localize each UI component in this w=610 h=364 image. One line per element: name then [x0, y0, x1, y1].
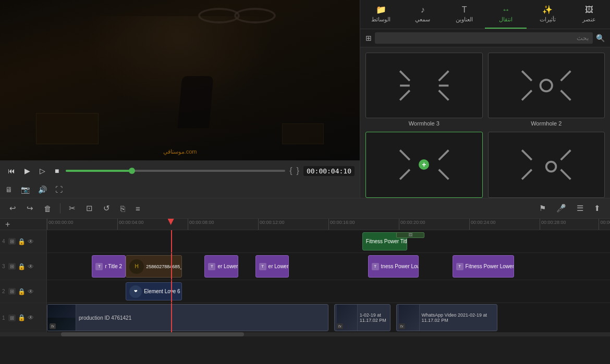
track-content-2[interactable]: ❤ Element Love 6: [47, 280, 610, 303]
delete-btn[interactable]: 🗑: [40, 202, 56, 215]
ruler-content: 00:00:00:00 00:00:04:00 00:00:08:00 00:0…: [47, 219, 610, 230]
tick-7: 00:00:28:00: [540, 219, 566, 230]
tick-6: 00:00:24:00: [469, 219, 496, 230]
effects-panel: 📁 الوسائط ♪ سمعي T العناوين ↔ انتقال ✨ ت…: [360, 0, 610, 198]
tab-elements[interactable]: 🖼 عنصر: [568, 0, 610, 29]
tab-effects[interactable]: ✨ تأثيرات: [527, 0, 568, 29]
cut-btn[interactable]: ✂: [65, 202, 80, 215]
grid-view-btn[interactable]: ⊞: [365, 34, 372, 42]
clip-logo-thumb: H: [129, 259, 144, 274]
play-alt-btn[interactable]: ▷: [37, 165, 48, 177]
tab-media[interactable]: 📁 الوسائط: [360, 0, 402, 29]
video-thumbnails: production ID 4761421: [47, 305, 131, 331]
track-controls-4: 4 ⊞ 🔒 👁: [0, 230, 47, 253]
search-icon[interactable]: 🔍: [596, 34, 605, 42]
clip-fitness-lower3rd[interactable]: T tness Power LowerThird: [368, 255, 419, 278]
clip-lower3rd-2[interactable]: T er LowerThird: [255, 255, 289, 278]
list-btn[interactable]: ☰: [572, 202, 588, 215]
clip-t-icon3: T: [372, 263, 379, 270]
tab-audio-label: سمعي: [415, 16, 430, 23]
track-lock-3[interactable]: 🔒: [18, 263, 26, 270]
export-btn[interactable]: ⬆: [590, 202, 605, 215]
clip-label: 2586027884685_1276337: [146, 264, 182, 269]
clip-logo-2: ❤: [129, 285, 142, 298]
clip-t-icon4: T: [456, 263, 463, 270]
clip-title2-3[interactable]: T r Title 2: [92, 255, 126, 278]
track-eye-2[interactable]: 👁: [28, 288, 34, 295]
clip-lower3rd-1[interactable]: T er LowerThird: [204, 255, 238, 278]
tab-audio[interactable]: ♪ سمعي: [402, 0, 444, 29]
svg-point-17: [546, 162, 556, 172]
video-preview: موستاقي.com ⏮ ▶ ▷ ■ { } 00:00:04:10 🖥 📷 …: [0, 0, 360, 198]
main-toolbar: ↩ ↪ 🗑 ✂ ⊡ ↺ ⎘ ≡ ⚑ 🎤 ☰ ⬆: [0, 198, 610, 219]
toolbar-right: ⚑ 🎤 ☰ ⬆: [535, 202, 605, 215]
svg-line-11: [400, 150, 410, 160]
undo-btn[interactable]: ↩: [5, 202, 20, 215]
clip-element-love[interactable]: ❤ Element Love 6: [126, 282, 182, 300]
track-eye-4[interactable]: 👁: [28, 238, 34, 245]
clip-label: er LowerThird: [269, 263, 289, 269]
scroll-thumb[interactable]: [61, 332, 244, 336]
progress-bar[interactable]: [66, 170, 285, 172]
monitor-icon[interactable]: 🖥: [5, 185, 13, 194]
progress-fill: [66, 170, 131, 172]
redo-btn[interactable]: ↪: [22, 202, 38, 215]
fullscreen-icon[interactable]: ⛶: [55, 185, 63, 194]
stop-btn[interactable]: ■: [52, 165, 62, 177]
rotate-btn[interactable]: ↺: [99, 202, 114, 215]
effects-icon: ✨: [542, 5, 553, 15]
effect-wormhole3[interactable]: Wormhole 3: [365, 53, 483, 127]
copy-btn[interactable]: ⎘: [116, 202, 129, 215]
track-eye-3[interactable]: 👁: [28, 263, 34, 270]
track-lock-2[interactable]: 🔒: [18, 288, 26, 295]
camera-icon[interactable]: 📷: [21, 185, 30, 194]
effect-wormhole4[interactable]: Wormhole 4: [488, 132, 605, 198]
svg-line-14: [438, 170, 448, 180]
marker-btn[interactable]: ⚑: [535, 202, 550, 215]
tab-titles[interactable]: T العناوين: [444, 0, 485, 29]
crop-btn[interactable]: ⊡: [82, 202, 97, 215]
track-controls-3: 3 ⊞ 🔒 👁: [0, 253, 47, 280]
tick-2: 00:00:08:00: [188, 219, 214, 230]
transitions-icon: ↔: [502, 5, 510, 15]
track-content-1[interactable]: production ID 4761421 fx 1-02-19 at 11.1…: [47, 303, 610, 332]
track-content-3[interactable]: T r Title 2 H 2586027884685_1276337 T er…: [47, 253, 610, 280]
play-btn[interactable]: ▶: [22, 165, 33, 177]
clip-production-id[interactable]: production ID 4761421 fx: [47, 304, 328, 331]
volume-icon[interactable]: 🔊: [38, 185, 47, 194]
tab-elements-label: عنصر: [582, 16, 596, 23]
effect-wormhole5[interactable]: + Wormhole 5: [365, 132, 483, 198]
effects-search-bar: ⊞ 🔍: [360, 29, 610, 47]
clip-label: Element Love 6: [144, 288, 180, 294]
search-input[interactable]: [375, 32, 593, 44]
track-eye-1[interactable]: 👁: [28, 314, 34, 321]
svg-line-15: [522, 150, 532, 160]
add-track-btn[interactable]: +: [2, 219, 13, 230]
svg-line-3: [438, 90, 448, 100]
effect-wormhole2[interactable]: Wormhole 2: [488, 53, 605, 127]
track-row-4: 4 ⊞ 🔒 👁 Fitness Power Title 2 🖼: [0, 230, 610, 253]
track-row-2: 2 ⊞ 🔒 👁 ❤ Element Love 6: [0, 280, 610, 303]
tab-effects-label: تأثيرات: [540, 16, 556, 23]
tick-1: 00:00:04:00: [117, 219, 144, 230]
tab-transitions[interactable]: ↔ انتقال: [485, 0, 527, 29]
track-lock-1[interactable]: 🔒: [18, 314, 26, 321]
timeline-scrollbar[interactable]: [0, 332, 610, 336]
track-lock-4[interactable]: 🔒: [18, 238, 26, 245]
clip-image-thumb-4[interactable]: 🖼: [396, 232, 424, 238]
adjust-btn[interactable]: ≡: [131, 202, 144, 215]
prev-frame-btn[interactable]: ⏮: [5, 165, 18, 177]
clip-t-icon: T: [208, 263, 215, 270]
svg-line-7: [561, 71, 571, 81]
clip-video-2[interactable]: 1-02-19 at 11.17.02 PM fx: [334, 304, 391, 331]
progress-thumb: [129, 168, 135, 174]
video-tools: 🖥 📷 🔊 ⛶: [0, 181, 360, 198]
playhead-marker: [168, 219, 174, 225]
track-content-4[interactable]: Fitness Power Title 2 🖼: [47, 230, 610, 253]
mic-btn[interactable]: 🎤: [552, 202, 570, 215]
tick-8: 00:00:32:00: [599, 219, 610, 230]
clip-fitness-lower3rd-2[interactable]: T Fitness Power LowerThird: [453, 255, 515, 278]
clip-whatsapp-video[interactable]: WhatsApp Video 2021-02-19 at 11.17.02 PM…: [396, 304, 497, 331]
clip-video-thumb-3[interactable]: H 2586027884685_1276337: [126, 255, 182, 278]
separator-1: [60, 203, 60, 214]
